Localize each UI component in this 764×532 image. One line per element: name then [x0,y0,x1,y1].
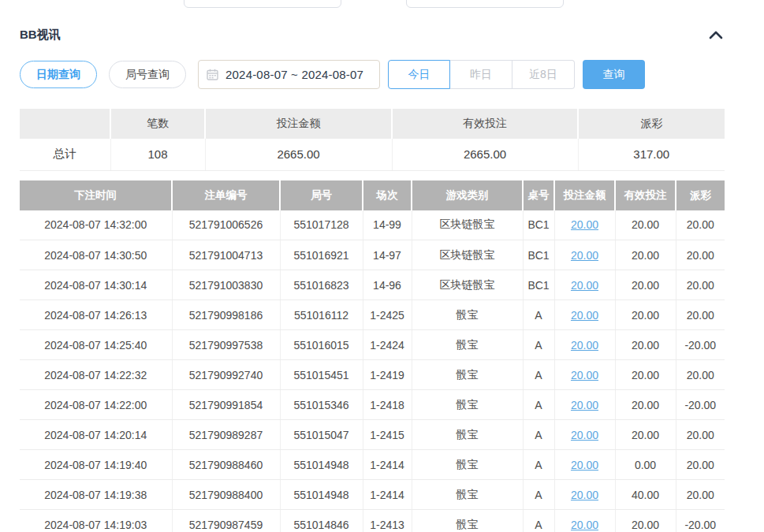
header-valid-bet: 有效投注 [615,180,676,210]
game-type-cell: 骰宝 [412,300,523,330]
header-bet-amount: 投注金额 [554,180,615,210]
search-button[interactable]: 查询 [583,60,645,89]
table-row: 2024-08-07 14:22:32521790992740551015451… [20,360,725,390]
bet-amount-link[interactable]: 20.00 [571,489,598,501]
summary-table: 笔数 投注金额 有效投注 派彩 总计 108 2665.00 2665.00 3… [20,109,725,171]
table-no-cell: BC1 [523,270,554,300]
quick-yesterday-button[interactable]: 昨日 [450,60,512,89]
order-no-cell: 521791006526 [172,210,280,240]
bet-amount-link[interactable]: 20.00 [571,218,598,231]
session-cell: 14-96 [363,270,412,300]
quick-today-button[interactable]: 今日 [388,60,450,89]
table-row: 2024-08-07 14:26:13521790998186551016112… [20,300,725,330]
bet-amount-cell: 20.00 [554,210,615,240]
table-no-cell: A [523,330,554,360]
table-no-cell: A [523,510,554,532]
header-round-no: 局号 [280,180,363,210]
order-no-cell: 521790992740 [172,360,280,390]
valid-bet-cell: 20.00 [615,210,676,240]
session-cell: 1-2424 [363,330,412,360]
table-no-cell: A [523,390,554,420]
bet-amount-cell: 20.00 [554,300,615,330]
game-type-cell: 骰宝 [412,390,523,420]
order-no-cell: 521790998186 [172,300,280,330]
bet-amount-link[interactable]: 20.00 [571,309,598,322]
order-no-cell: 521791003830 [172,270,280,300]
query-toolbar: 日期查询 局号查询 2024-08-07 ~ 2024-08-07 今日 [20,60,764,89]
table-row: 2024-08-07 14:19:03521790987459551014846… [20,510,725,532]
tab-round-query[interactable]: 局号查询 [109,61,186,88]
order-no-cell: 521790987459 [172,510,280,532]
summary-header-row: 笔数 投注金额 有效投注 派彩 [20,109,725,139]
valid-bet-cell: 20.00 [615,240,676,270]
summary-header-count: 笔数 [110,109,205,139]
summary-header-valid-bet: 有效投注 [392,109,578,139]
game-type-cell: 骰宝 [412,480,523,510]
bet-amount-link[interactable]: 20.00 [571,369,598,381]
bet-amount-link[interactable]: 20.00 [571,459,598,471]
order-no-cell: 521791004713 [172,240,280,270]
table-no-cell: A [523,480,554,510]
summary-total-valid-bet: 2665.00 [392,139,578,170]
summary-total-label: 总计 [20,139,110,170]
date-range-input[interactable]: 2024-08-07 ~ 2024-08-07 [198,60,380,89]
bet-amount-cell: 20.00 [554,450,615,480]
valid-bet-cell: 40.00 [615,480,676,510]
header-table-no: 桌号 [523,180,554,210]
table-no-cell: BC1 [523,240,554,270]
top-partial-input-right[interactable] [406,0,564,8]
table-row: 2024-08-07 14:25:40521790997538551016015… [20,330,725,360]
payout-cell: 20.00 [676,270,725,300]
game-type-cell: 骰宝 [412,360,523,390]
bet-amount-link[interactable]: 20.00 [571,249,598,262]
table-row: 2024-08-07 14:22:00521790991854551015346… [20,390,725,420]
quick-last8days-button[interactable]: 近8日 [512,60,575,89]
header-order-no: 注单编号 [172,180,280,210]
page: BB视讯 日期查询 局号查询 [0,0,764,532]
payout-cell: -20.00 [676,330,725,360]
bet-time-cell: 2024-08-07 14:30:14 [20,270,172,300]
session-cell: 14-97 [363,240,412,270]
round-no-cell: 551014948 [280,480,363,510]
bet-amount-link[interactable]: 20.00 [571,429,598,441]
order-no-cell: 521790988460 [172,450,280,480]
valid-bet-cell: 20.00 [615,360,676,390]
table-row: 2024-08-07 14:30:14521791003830551016823… [20,270,725,300]
bet-records-table: 下注时间 注单编号 局号 场次 游戏类别 桌号 投注金额 有效投注 派彩 202… [20,180,725,532]
valid-bet-cell: 20.00 [615,390,676,420]
game-type-cell: 骰宝 [412,420,523,450]
bet-amount-link[interactable]: 20.00 [571,399,598,411]
game-type-cell: 区块链骰宝 [412,210,523,240]
top-partial-input-left[interactable] [184,0,341,8]
valid-bet-cell: 20.00 [615,270,676,300]
bet-time-cell: 2024-08-07 14:25:40 [20,330,172,360]
round-no-cell: 551014846 [280,510,363,532]
round-no-cell: 551015451 [280,360,363,390]
session-cell: 14-99 [363,210,412,240]
bet-amount-link[interactable]: 20.00 [571,279,598,292]
round-no-cell: 551015346 [280,390,363,420]
table-no-cell: BC1 [523,210,554,240]
bet-amount-link[interactable]: 20.00 [571,339,598,352]
valid-bet-cell: 20.00 [615,420,676,450]
date-range-value: 2024-08-07 ~ 2024-08-07 [225,68,363,81]
bet-amount-link[interactable]: 20.00 [571,519,598,531]
session-cell: 1-2425 [363,300,412,330]
payout-cell: -20.00 [676,510,725,532]
bet-time-cell: 2024-08-07 14:19:38 [20,480,172,510]
payout-cell: 20.00 [676,300,725,330]
bet-time-cell: 2024-08-07 14:26:13 [20,300,172,330]
payout-cell: 20.00 [676,420,725,450]
summary-total-count: 108 [110,139,205,170]
bet-time-cell: 2024-08-07 14:19:40 [20,450,172,480]
bet-amount-cell: 20.00 [554,270,615,300]
table-row: 2024-08-07 14:32:00521791006526551017128… [20,210,725,240]
table-row: 2024-08-07 14:19:38521790988400551014948… [20,480,725,510]
chevron-up-icon[interactable] [709,30,723,39]
order-no-cell: 521790991854 [172,390,280,420]
detail-header-row: 下注时间 注单编号 局号 场次 游戏类别 桌号 投注金额 有效投注 派彩 [20,180,725,210]
bet-amount-cell: 20.00 [554,240,615,270]
tab-date-query[interactable]: 日期查询 [20,61,97,88]
payout-cell: 20.00 [676,240,725,270]
summary-header-payout: 派彩 [578,109,725,139]
